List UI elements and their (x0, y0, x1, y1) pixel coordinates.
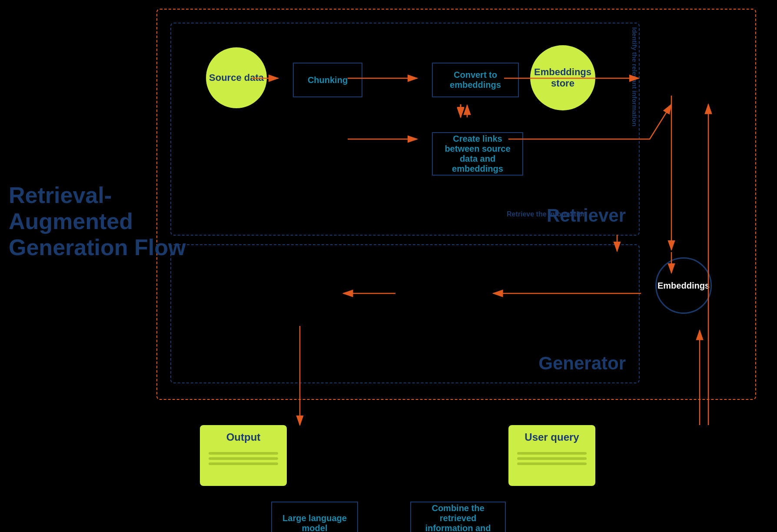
outer-container: Retriever Source data Embeddings store C… (156, 9, 756, 400)
retrieve-info-label: Retrieve the information (507, 210, 587, 218)
page-title: Retrieval- Augmented Generation Flow (9, 183, 186, 260)
generator-box: Generator Combine the retrieved informat… (170, 244, 640, 383)
user-query-node: User query (508, 425, 595, 486)
output-lines (209, 449, 278, 468)
convert-embeddings-node: Convert to embeddings (432, 63, 519, 97)
user-query-lines (517, 449, 587, 468)
retriever-box: Retriever Source data Embeddings store C… (170, 23, 640, 236)
llm-node: Large language model (271, 502, 358, 532)
output-node: Output (200, 425, 287, 486)
embeddings-store-node: Embeddings store (530, 45, 595, 110)
generator-label: Generator (538, 353, 626, 374)
identify-relevant-label: Identify the relevant information (631, 27, 638, 114)
chunking-node: Chunking (293, 63, 362, 97)
source-data-node: Source data (206, 47, 267, 108)
create-links-node: Create links between source data and emb… (432, 132, 523, 176)
embeddings-node: Embeddings (655, 257, 712, 314)
combine-node: Combine the retrieved information and us… (410, 502, 506, 532)
